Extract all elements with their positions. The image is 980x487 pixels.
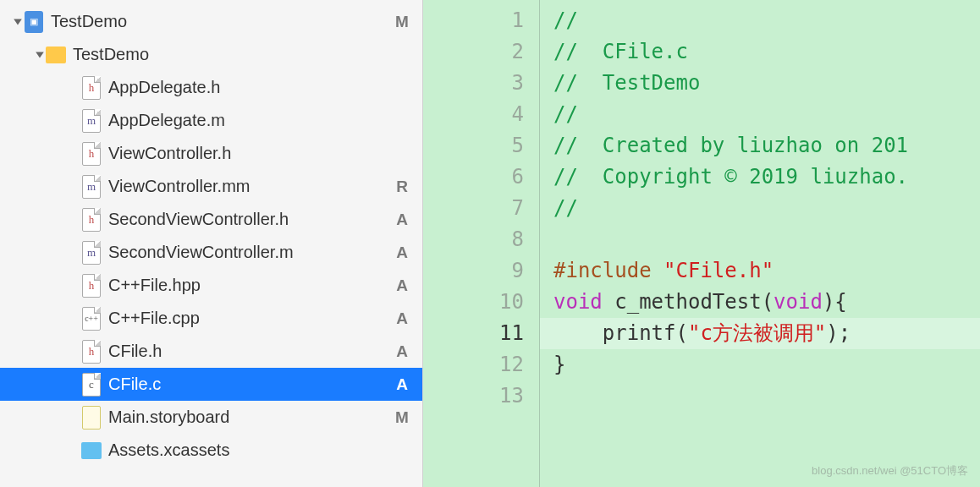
scm-status-badge: A — [394, 375, 410, 394]
scm-status-badge: A — [394, 309, 410, 328]
code-line[interactable]: printf("c方法被调用"); — [540, 318, 980, 349]
folder-name-label: TestDemo — [73, 45, 394, 64]
project-name-label: TestDemo — [51, 12, 394, 31]
code-line[interactable]: // TestDemo — [553, 68, 980, 99]
file-name-label: Assets.xcassets — [108, 440, 394, 460]
line-number: 9 — [423, 255, 524, 287]
h-file-icon: h — [81, 208, 102, 232]
line-number: 3 — [423, 68, 524, 99]
code-line[interactable] — [553, 380, 980, 412]
file-item[interactable]: hC++File.hppA — [0, 269, 422, 302]
scm-status-badge: A — [394, 342, 410, 361]
file-item[interactable]: c++C++File.cppA — [0, 302, 422, 335]
line-number-gutter: 12345678910111213 — [423, 0, 540, 487]
xcode-project-icon: ▣ — [24, 10, 44, 34]
file-item[interactable]: mAppDelegate.m — [0, 104, 422, 137]
project-root-item[interactable]: ▣ TestDemo M — [0, 5, 422, 38]
code-line[interactable]: } — [553, 349, 980, 380]
line-number: 5 — [423, 130, 524, 161]
code-line[interactable]: // Created by liuzhao on 201 — [553, 130, 980, 161]
code-editor[interactable]: 12345678910111213 //// CFile.c// TestDem… — [423, 0, 980, 487]
line-number: 1 — [423, 5, 524, 36]
m-file-icon: m — [81, 241, 102, 265]
scm-status-badge: A — [394, 276, 410, 295]
file-name-label: ViewController.h — [108, 144, 394, 163]
h-file-icon: h — [81, 274, 102, 298]
file-name-label: AppDelegate.m — [108, 111, 394, 130]
line-number: 4 — [423, 99, 524, 130]
line-number: 6 — [423, 161, 524, 193]
line-number: 7 — [423, 193, 524, 224]
file-name-label: CFile.c — [108, 375, 394, 394]
file-name-label: C++File.cpp — [108, 309, 394, 328]
scm-status-badge: A — [394, 244, 410, 262]
line-number: 2 — [423, 36, 524, 68]
c++-file-icon: c++ — [81, 307, 102, 331]
folder-icon — [46, 43, 66, 67]
line-number: 12 — [423, 349, 524, 380]
file-item[interactable]: Main.storyboardM — [0, 401, 422, 434]
file-name-label: C++File.hpp — [108, 276, 394, 295]
file-name-label: CFile.h — [108, 342, 394, 361]
file-item[interactable]: hViewController.h — [0, 137, 422, 170]
code-line[interactable]: // — [553, 193, 980, 224]
c-file-icon: c — [81, 373, 102, 397]
file-name-label: SecondViewController.h — [108, 210, 394, 229]
file-item[interactable]: hCFile.hA — [0, 335, 422, 368]
project-navigator[interactable]: ▣ TestDemo M TestDemo hAppDelegate.hmApp… — [0, 0, 423, 487]
file-name-label: AppDelegate.h — [108, 78, 394, 97]
m-file-icon: m — [81, 109, 102, 133]
storyboard-file-icon — [81, 406, 102, 430]
scm-status-badge: A — [394, 211, 410, 229]
file-name-label: SecondViewController.m — [108, 243, 394, 262]
disclosure-triangle-icon[interactable] — [12, 16, 24, 28]
h-file-icon: h — [81, 76, 102, 100]
code-line[interactable]: #include "CFile.h" — [553, 255, 980, 287]
code-line[interactable]: // Copyright © 2019 liuzhao. — [553, 161, 980, 193]
assets-folder-icon — [81, 439, 102, 462]
file-name-label: ViewController.mm — [108, 177, 394, 196]
file-item[interactable]: mViewController.mmR — [0, 170, 422, 203]
file-item[interactable]: hAppDelegate.h — [0, 71, 422, 104]
folder-item[interactable]: TestDemo — [0, 38, 422, 71]
file-item[interactable]: cCFile.cA — [0, 368, 422, 401]
m-file-icon: m — [81, 175, 102, 199]
code-line[interactable]: // CFile.c — [553, 36, 980, 68]
scm-status-badge: M — [394, 13, 410, 31]
watermark-text: blog.csdn.net/wei @51CTO博客 — [812, 463, 968, 479]
file-name-label: Main.storyboard — [108, 408, 394, 427]
line-number: 8 — [423, 224, 524, 255]
line-number: 10 — [423, 287, 524, 318]
file-item[interactable]: Assets.xcassets — [0, 434, 422, 467]
code-line[interactable]: // — [553, 5, 980, 36]
line-number: 13 — [423, 380, 524, 412]
disclosure-triangle-icon[interactable] — [34, 49, 46, 61]
code-line[interactable]: // — [553, 99, 980, 130]
scm-status-badge: M — [394, 408, 410, 427]
file-item[interactable]: hSecondViewController.hA — [0, 203, 422, 236]
line-number: 11 — [423, 318, 524, 349]
h-file-icon: h — [81, 340, 102, 364]
h-file-icon: h — [81, 142, 102, 166]
code-area[interactable]: //// CFile.c// TestDemo//// Created by l… — [540, 0, 980, 487]
code-line[interactable]: void c_methodTest(void){ — [553, 287, 980, 318]
code-line[interactable] — [553, 224, 980, 255]
scm-status-badge: R — [394, 178, 410, 196]
file-item[interactable]: mSecondViewController.mA — [0, 236, 422, 269]
